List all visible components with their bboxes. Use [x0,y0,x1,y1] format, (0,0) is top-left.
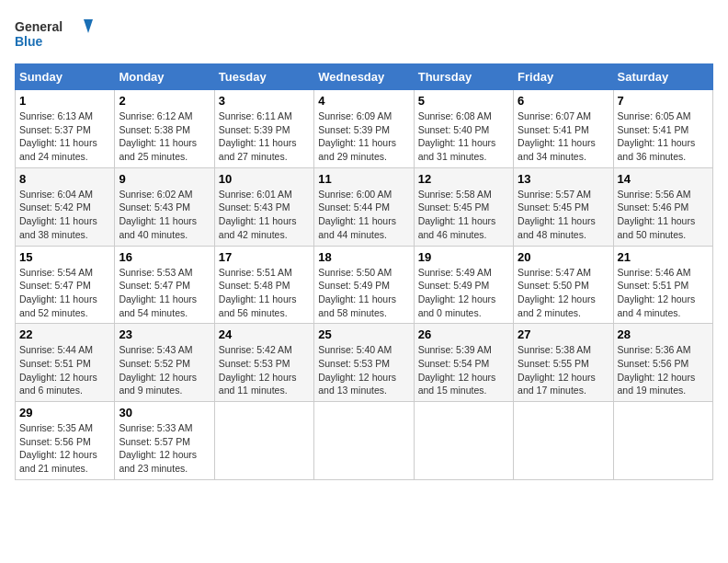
day-number: 29 [19,406,110,419]
day-number: 26 [418,327,509,341]
calendar-cell: 12 Sunrise: 5:58 AMSunset: 5:45 PMDaylig… [414,167,513,246]
day-info: Sunrise: 5:36 AMSunset: 5:56 PMDaylight:… [618,343,709,397]
calendar-cell: 16 Sunrise: 5:53 AMSunset: 5:47 PMDaylig… [115,246,214,324]
calendar-cell: 4 Sunrise: 6:09 AMSunset: 5:39 PMDayligh… [314,90,414,168]
day-number: 16 [119,250,210,264]
column-header-monday: Monday [115,64,214,90]
column-header-sunday: Sunday [16,64,115,90]
day-info: Sunrise: 6:08 AMSunset: 5:40 PMDaylight:… [418,109,509,164]
calendar-cell: 11 Sunrise: 6:00 AMSunset: 5:44 PMDaylig… [314,167,414,246]
day-info: Sunrise: 5:58 AMSunset: 5:45 PMDaylight:… [418,188,509,242]
day-number: 12 [418,172,509,186]
day-number: 22 [19,327,110,341]
day-number: 6 [518,94,609,108]
calendar-cell [514,402,613,480]
day-info: Sunrise: 5:40 AMSunset: 5:53 PMDaylight:… [318,343,409,397]
day-info: Sunrise: 6:07 AMSunset: 5:41 PMDaylight:… [518,109,609,164]
calendar-cell: 7 Sunrise: 6:05 AMSunset: 5:41 PMDayligh… [613,90,712,168]
calendar-cell: 25 Sunrise: 5:40 AMSunset: 5:53 PMDaylig… [314,324,414,402]
calendar-cell: 18 Sunrise: 5:50 AMSunset: 5:49 PMDaylig… [314,246,414,324]
calendar-cell: 26 Sunrise: 5:39 AMSunset: 5:54 PMDaylig… [414,324,513,402]
day-info: Sunrise: 6:04 AMSunset: 5:42 PMDaylight:… [19,188,110,242]
day-number: 9 [119,172,210,186]
calendar-cell: 14 Sunrise: 5:56 AMSunset: 5:46 PMDaylig… [613,167,712,246]
day-info: Sunrise: 6:11 AMSunset: 5:39 PMDaylight:… [219,109,310,164]
day-number: 14 [618,172,709,186]
calendar-cell: 24 Sunrise: 5:42 AMSunset: 5:53 PMDaylig… [214,324,313,402]
day-info: Sunrise: 5:38 AMSunset: 5:55 PMDaylight:… [518,343,609,397]
calendar-cell: 19 Sunrise: 5:49 AMSunset: 5:49 PMDaylig… [414,246,513,324]
page-header: General Blue [15,15,713,56]
svg-text:Blue: Blue [15,34,43,49]
day-info: Sunrise: 5:46 AMSunset: 5:51 PMDaylight:… [618,266,709,320]
day-number: 4 [318,94,409,108]
calendar-cell: 20 Sunrise: 5:47 AMSunset: 5:50 PMDaylig… [514,246,613,324]
calendar-cell: 22 Sunrise: 5:44 AMSunset: 5:51 PMDaylig… [16,324,115,402]
calendar-cell: 21 Sunrise: 5:46 AMSunset: 5:51 PMDaylig… [613,246,712,324]
calendar-cell: 3 Sunrise: 6:11 AMSunset: 5:39 PMDayligh… [214,90,313,168]
day-number: 11 [318,172,409,186]
day-number: 18 [318,250,409,264]
day-info: Sunrise: 5:35 AMSunset: 5:56 PMDaylight:… [19,421,110,476]
day-number: 20 [518,250,609,264]
day-number: 23 [119,327,210,341]
day-info: Sunrise: 5:56 AMSunset: 5:46 PMDaylight:… [618,188,709,242]
calendar-cell: 8 Sunrise: 6:04 AMSunset: 5:42 PMDayligh… [16,167,115,246]
day-info: Sunrise: 5:42 AMSunset: 5:53 PMDaylight:… [219,343,310,397]
calendar-cell [314,402,414,480]
calendar-cell: 1 Sunrise: 6:13 AMSunset: 5:37 PMDayligh… [16,90,115,168]
svg-marker-2 [84,19,93,33]
day-info: Sunrise: 5:39 AMSunset: 5:54 PMDaylight:… [418,343,509,397]
column-header-thursday: Thursday [414,64,513,90]
calendar-cell: 9 Sunrise: 6:02 AMSunset: 5:43 PMDayligh… [115,167,214,246]
column-header-tuesday: Tuesday [214,64,313,90]
calendar-cell: 27 Sunrise: 5:38 AMSunset: 5:55 PMDaylig… [514,324,613,402]
day-info: Sunrise: 5:43 AMSunset: 5:52 PMDaylight:… [119,343,210,397]
day-number: 8 [19,172,110,186]
calendar-cell: 6 Sunrise: 6:07 AMSunset: 5:41 PMDayligh… [514,90,613,168]
day-info: Sunrise: 6:12 AMSunset: 5:38 PMDaylight:… [119,109,210,164]
calendar-cell: 17 Sunrise: 5:51 AMSunset: 5:48 PMDaylig… [214,246,313,324]
day-number: 27 [518,327,609,341]
calendar-cell: 29 Sunrise: 5:35 AMSunset: 5:56 PMDaylig… [16,402,115,480]
calendar-cell: 15 Sunrise: 5:54 AMSunset: 5:47 PMDaylig… [16,246,115,324]
day-number: 15 [19,250,110,264]
logo-icon: General Blue [15,15,97,56]
calendar-cell [414,402,513,480]
day-number: 5 [418,94,509,108]
calendar-cell: 13 Sunrise: 5:57 AMSunset: 5:45 PMDaylig… [514,167,613,246]
day-info: Sunrise: 6:05 AMSunset: 5:41 PMDaylight:… [618,109,709,164]
calendar-cell: 30 Sunrise: 5:33 AMSunset: 5:57 PMDaylig… [115,402,214,480]
day-info: Sunrise: 6:09 AMSunset: 5:39 PMDaylight:… [318,109,409,164]
column-header-saturday: Saturday [613,64,712,90]
day-number: 13 [518,172,609,186]
day-info: Sunrise: 6:00 AMSunset: 5:44 PMDaylight:… [318,188,409,242]
day-number: 25 [318,327,409,341]
column-header-wednesday: Wednesday [314,64,414,90]
calendar-cell: 2 Sunrise: 6:12 AMSunset: 5:38 PMDayligh… [115,90,214,168]
day-info: Sunrise: 5:49 AMSunset: 5:49 PMDaylight:… [418,266,509,320]
day-info: Sunrise: 5:51 AMSunset: 5:48 PMDaylight:… [219,266,310,320]
day-number: 30 [119,406,210,419]
day-number: 7 [618,94,709,108]
column-header-friday: Friday [514,64,613,90]
day-number: 21 [618,250,709,264]
calendar-cell [613,402,712,480]
day-number: 2 [119,94,210,108]
day-info: Sunrise: 5:44 AMSunset: 5:51 PMDaylight:… [19,343,110,397]
svg-text:General: General [15,19,63,34]
day-number: 19 [418,250,509,264]
calendar-table: SundayMondayTuesdayWednesdayThursdayFrid… [15,63,713,480]
calendar-cell: 23 Sunrise: 5:43 AMSunset: 5:52 PMDaylig… [115,324,214,402]
logo: General Blue [15,15,97,56]
day-info: Sunrise: 5:33 AMSunset: 5:57 PMDaylight:… [119,421,210,476]
day-number: 24 [219,327,310,341]
day-number: 1 [19,94,110,108]
calendar-cell: 28 Sunrise: 5:36 AMSunset: 5:56 PMDaylig… [613,324,712,402]
day-number: 10 [219,172,310,186]
calendar-cell [214,402,313,480]
calendar-cell: 5 Sunrise: 6:08 AMSunset: 5:40 PMDayligh… [414,90,513,168]
day-info: Sunrise: 6:13 AMSunset: 5:37 PMDaylight:… [19,109,110,164]
day-number: 28 [618,327,709,341]
day-info: Sunrise: 5:53 AMSunset: 5:47 PMDaylight:… [119,266,210,320]
